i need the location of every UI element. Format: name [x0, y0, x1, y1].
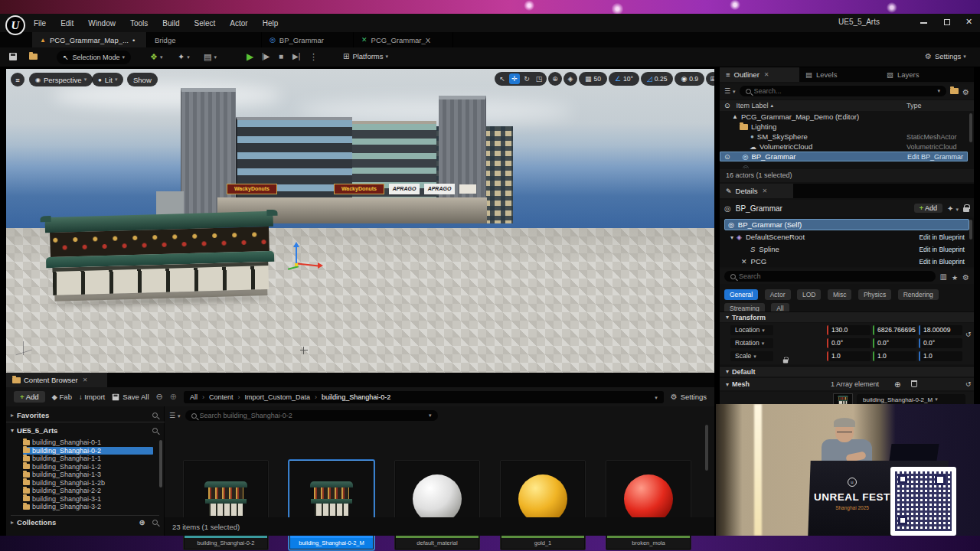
visibility-column-icon[interactable] — [724, 102, 730, 109]
tool-move-button[interactable]: ✛ — [509, 73, 520, 84]
favorites-section[interactable]: Favorites — [11, 409, 159, 420]
location-y-field[interactable]: 6826.766695 — [873, 325, 916, 335]
asset-tile-red[interactable]: broken_mola — [606, 460, 691, 550]
outliner-filter-button[interactable]: ☰ — [724, 87, 736, 95]
play-button[interactable]: ▶ — [247, 51, 253, 62]
folder-item[interactable]: building_Shanghai-1-2b — [23, 479, 153, 487]
platforms-dropdown[interactable]: ⊞ Platforms — [343, 52, 388, 60]
breadcrumb-all[interactable]: All — [190, 393, 198, 401]
item-label-column[interactable]: Item Label — [737, 102, 769, 109]
favorites-button[interactable] — [952, 269, 958, 283]
scale-z-field[interactable]: 1.0 — [919, 351, 962, 361]
filter-tab-actor[interactable]: Actor — [765, 289, 791, 300]
folder-tree-root[interactable]: UE5_5_Arts — [11, 425, 159, 435]
menu-tools[interactable]: Tools — [130, 19, 148, 28]
details-search-input[interactable] — [739, 272, 929, 280]
folder-item[interactable]: building_Shanghai-2-2 — [23, 487, 153, 495]
camera-speed-control[interactable]: ◉ 0.9 — [675, 72, 704, 86]
scale-snap-control[interactable]: ◿ 0.25 — [641, 72, 673, 86]
rotation-snap-value[interactable]: 10° — [623, 75, 633, 83]
scale-lock-button[interactable] — [783, 360, 788, 364]
cb-search-input[interactable] — [200, 412, 423, 419]
import-button[interactable]: ↓ Import — [79, 393, 105, 401]
rotation-snap-control[interactable]: ∠ 10° — [609, 72, 639, 86]
component-row-scene-root[interactable]: ◈ DefaultSceneRoot Edit in Blueprint — [724, 231, 969, 243]
skip-frame-button[interactable]: |▶ — [262, 52, 270, 60]
details-search-box[interactable] — [724, 271, 936, 282]
asset-tile-default-material[interactable]: default_material — [394, 460, 480, 550]
scale-x-field[interactable]: 1.0 — [827, 351, 871, 361]
scale-snap-value[interactable]: 0.25 — [655, 75, 668, 83]
location-label-dropdown[interactable]: Location — [730, 325, 773, 335]
edit-bp-grammar-link[interactable]: Edit BP_Grammar — [907, 153, 963, 161]
folder-item[interactable]: building_Shanghai-3-1 — [23, 495, 153, 504]
filter-tab-general[interactable]: General — [724, 289, 758, 300]
details-lock-button[interactable] — [963, 207, 969, 212]
forward-button[interactable]: ⊕ — [170, 392, 177, 402]
type-column[interactable]: Type — [906, 102, 922, 109]
add-button[interactable]: + Add — [14, 391, 45, 403]
mesh-reset-button[interactable] — [965, 380, 972, 388]
breadcrumb-content[interactable]: Content — [209, 393, 234, 401]
tab-pcg-grammar-x[interactable]: ✕ PCG_Grammar_X — [354, 32, 453, 47]
grid-snap-control[interactable]: ▦ 50 — [579, 72, 607, 86]
scale-y-field[interactable]: 1.0 — [873, 351, 916, 361]
breadcrumb-expand-chevron[interactable] — [652, 393, 658, 401]
lit-button[interactable]: ● Lit — [92, 73, 123, 86]
tool-select-button[interactable]: ↖ — [497, 75, 508, 83]
outliner-create-folder-button[interactable] — [950, 88, 959, 94]
outliner-row[interactable]: ▲ PCG_Grammar_Map_Demo (Editor) — [720, 112, 968, 122]
filter-tab-rendering[interactable]: Rendering — [898, 289, 939, 300]
mesh-caret-icon[interactable] — [726, 380, 732, 388]
stop-button[interactable]: ■ — [279, 52, 283, 60]
edit-in-blueprint-link[interactable]: Edit in Blueprint — [919, 258, 965, 266]
content-browser-tab[interactable]: Content Browser — [6, 373, 107, 387]
close-button[interactable]: ✕ — [965, 17, 972, 27]
rotation-x-field[interactable]: 0.0° — [827, 338, 871, 348]
outliner-row[interactable]: ☁ VolumetricCloud VolumetricCloud — [720, 142, 968, 152]
display-filter-button[interactable]: ▥ — [940, 272, 947, 281]
outliner-tab[interactable]: ≡ Outliner — [720, 67, 799, 82]
tree-scrollbar[interactable] — [159, 440, 162, 487]
default-section-header[interactable]: Default — [720, 366, 974, 377]
grid-snap-value[interactable]: 50 — [594, 75, 601, 83]
mesh-add-element-button[interactable]: ⊕ — [894, 380, 900, 389]
show-button[interactable]: Show — [127, 73, 158, 86]
surface-snap-toggle[interactable]: ◈ — [564, 72, 577, 86]
visibility-eye-icon[interactable] — [724, 152, 730, 161]
favorites-search-icon[interactable] — [152, 412, 158, 418]
rotation-z-field[interactable]: 0.0° — [919, 338, 962, 348]
world-space-toggle[interactable]: ⊕ — [548, 72, 562, 86]
selection-mode-dropdown[interactable]: ↖ Selection Mode — [57, 51, 131, 64]
add-component-button[interactable]: + Add — [914, 204, 942, 213]
folder-item[interactable]: building_Shanghai-1-1 — [23, 455, 153, 463]
folder-item[interactable]: building_Shanghai-0-1 — [23, 439, 153, 447]
component-row-spline[interactable]: S Spline Edit in Blueprint — [724, 243, 969, 255]
outliner-scrollbar[interactable] — [969, 113, 972, 142]
tab-bp-grammar[interactable]: ◎ BP_Grammar — [262, 32, 354, 47]
expand-caret-icon[interactable] — [730, 233, 737, 241]
details-settings-button[interactable] — [962, 269, 969, 283]
filter-tab-physics[interactable]: Physics — [858, 289, 891, 300]
outliner-row[interactable]: ● SM_SkySphere StaticMeshActor — [720, 132, 968, 142]
outliner-search-input[interactable] — [754, 87, 933, 95]
folder-item[interactable]: building_Shanghai-1-2 — [23, 463, 153, 471]
advance-button[interactable]: ▶| — [292, 52, 300, 60]
rotation-label-dropdown[interactable]: Rotation — [730, 338, 773, 348]
menu-select[interactable]: Select — [194, 19, 216, 28]
edit-in-blueprint-link[interactable]: Edit in Blueprint — [919, 246, 965, 253]
cb-settings-button[interactable]: Settings — [671, 393, 707, 401]
folder-item-selected[interactable]: building_Shanghai-0-2 — [23, 447, 153, 455]
cb-filter-button[interactable]: ☰ — [169, 412, 181, 419]
blueprints-dropdown[interactable]: ✦ — [178, 52, 190, 62]
gizmo-z-axis[interactable] — [296, 246, 297, 265]
edit-in-blueprint-link[interactable]: Edit in Blueprint — [919, 233, 965, 241]
menu-actor[interactable]: Actor — [230, 19, 247, 28]
gizmo-y-axis[interactable] — [288, 266, 299, 269]
collections-section[interactable]: Collections ⊕ — [11, 515, 159, 526]
menu-edit[interactable]: Edit — [60, 19, 74, 28]
scale-label-dropdown[interactable]: Scale — [730, 351, 773, 361]
play-options-kebab[interactable] — [309, 52, 318, 62]
maximize-viewport-button[interactable]: ⊞ — [706, 72, 714, 86]
back-button[interactable]: ⊖ — [156, 392, 163, 402]
